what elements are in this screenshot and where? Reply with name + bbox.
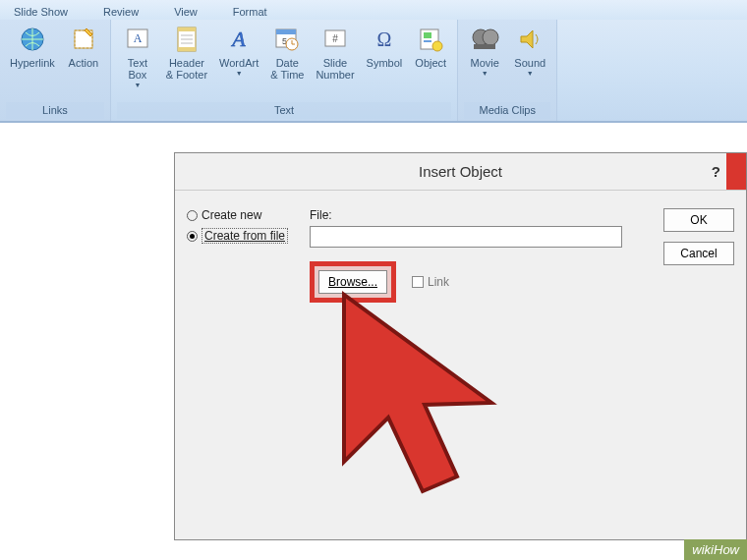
media-group-label: Media Clips [464, 102, 550, 119]
ribbon: Hyperlink Action Links A Text Box ▼ [0, 20, 747, 123]
dialog-titlebar: Insert Object ? [175, 153, 746, 191]
ribbon-tabs: Slide Show Review View Format [0, 0, 747, 20]
checkbox-icon [412, 276, 424, 288]
header-footer-icon [171, 24, 202, 55]
wordart-icon: A [223, 24, 255, 55]
browse-highlight: Browse... [310, 261, 396, 303]
link-checkbox[interactable]: Link [412, 275, 449, 289]
create-from-file-label: Create from file [201, 228, 288, 244]
hyperlink-label: Hyperlink [10, 57, 55, 69]
links-group-label: Links [6, 102, 104, 119]
textbox-button[interactable]: A Text Box ▼ [117, 22, 158, 90]
insert-object-dialog: Insert Object ? Create new Create from f… [174, 152, 747, 540]
header-label-1: Header [169, 57, 204, 69]
slidenumber-label-2: Number [316, 69, 354, 81]
dialog-help-button[interactable]: ? [712, 163, 720, 180]
datetime-icon: 5 [271, 24, 303, 55]
symbol-label: Symbol [367, 57, 403, 69]
wordart-button[interactable]: A WordArt ▼ [215, 22, 262, 79]
ok-button[interactable]: OK [663, 208, 734, 232]
movie-icon [469, 24, 500, 55]
object-label: Object [415, 57, 446, 69]
cancel-button[interactable]: Cancel [663, 242, 734, 265]
textbox-icon: A [122, 24, 153, 55]
svg-rect-27 [474, 44, 495, 49]
textbox-label-2: Box [128, 69, 146, 81]
watermark: wikiHow [684, 539, 747, 560]
chevron-down-icon: ▼ [527, 70, 534, 77]
symbol-icon: Ω [369, 24, 400, 55]
action-button[interactable]: Action [63, 22, 104, 71]
datetime-label-1: Date [276, 57, 299, 69]
svg-point-24 [432, 41, 442, 51]
chevron-down-icon: ▼ [482, 70, 488, 77]
create-new-label: Create new [201, 208, 261, 222]
dialog-close-button[interactable] [726, 153, 746, 190]
svg-text:#: # [332, 33, 338, 44]
text-group-label: Text [117, 102, 451, 119]
header-footer-button[interactable]: Header & Footer [162, 22, 211, 83]
tab-view[interactable]: View [168, 4, 203, 20]
file-path-input[interactable] [310, 226, 622, 248]
datetime-button[interactable]: 5 Date & Time [266, 22, 308, 83]
svg-rect-6 [178, 28, 196, 31]
wordart-label: WordArt [219, 57, 259, 69]
header-label-2: & Footer [166, 69, 207, 81]
chevron-down-icon: ▼ [236, 70, 243, 77]
movie-label: Movie [471, 57, 499, 69]
svg-text:Ω: Ω [376, 28, 391, 50]
source-radio-group: Create new Create from file [187, 208, 310, 303]
movie-button[interactable]: Movie ▼ [464, 22, 505, 79]
radio-icon [187, 210, 198, 221]
ribbon-group-media: Movie ▼ Sound ▼ Media Clips [458, 20, 557, 121]
globe-icon [17, 24, 48, 55]
slidenumber-label-1: Slide [323, 57, 347, 69]
action-label: Action [69, 57, 99, 69]
chevron-down-icon: ▼ [134, 82, 141, 88]
ribbon-group-text: A Text Box ▼ Header & Footer A WordArt ▼ [111, 20, 458, 121]
object-button[interactable]: Object [410, 22, 451, 71]
tab-slideshow[interactable]: Slide Show [8, 4, 74, 20]
textbox-label-1: Text [128, 57, 147, 69]
svg-rect-13 [276, 29, 296, 34]
tab-format[interactable]: Format [227, 4, 273, 20]
ribbon-group-links: Hyperlink Action Links [0, 20, 111, 121]
svg-text:A: A [230, 27, 246, 51]
action-icon [68, 24, 99, 55]
sound-button[interactable]: Sound ▼ [509, 22, 550, 79]
symbol-button[interactable]: Ω Symbol [363, 22, 407, 71]
create-new-radio[interactable]: Create new [187, 208, 310, 222]
sound-label: Sound [514, 57, 546, 69]
create-from-file-radio[interactable]: Create from file [187, 228, 310, 244]
svg-rect-23 [424, 40, 431, 42]
slidenumber-icon: # [319, 24, 351, 55]
svg-rect-22 [424, 32, 431, 38]
dialog-title-text: Insert Object [419, 163, 502, 180]
file-label: File: [310, 208, 654, 222]
slidenumber-button[interactable]: # Slide Number [312, 22, 358, 83]
svg-text:A: A [134, 31, 143, 45]
link-label: Link [428, 275, 449, 289]
svg-point-26 [483, 29, 498, 45]
browse-button[interactable]: Browse... [318, 270, 387, 294]
object-icon [415, 24, 446, 55]
hyperlink-button[interactable]: Hyperlink [6, 22, 59, 71]
svg-rect-7 [178, 47, 196, 51]
datetime-label-2: & Time [270, 69, 304, 81]
radio-icon [187, 231, 198, 242]
sound-icon [514, 24, 546, 55]
tab-review[interactable]: Review [97, 4, 144, 20]
